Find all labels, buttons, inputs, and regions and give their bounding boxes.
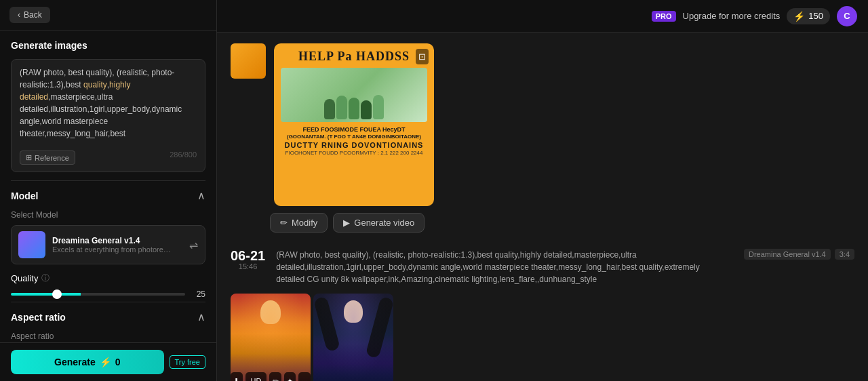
credits-icon: ⚡ (793, 11, 805, 22)
main-image-container: Upscale HELP Pa HADDSS (274, 43, 434, 206)
save-button[interactable]: ⊡ (416, 49, 429, 64)
reference-button[interactable]: ⊞ Reference (20, 151, 75, 165)
quality-info-icon: ⓘ (41, 273, 50, 284)
char-count: 286/800 (170, 149, 197, 161)
result-card-2: 06-21 15:46 (RAW photo, best quality), (… (231, 249, 854, 381)
modify-label: Modify (292, 218, 317, 228)
result-tags: Dreamina General v1.4 3:4 (744, 249, 854, 260)
generate-button[interactable]: Generate ⚡ 0 (11, 350, 164, 374)
aspect-collapse-button[interactable]: ∧ (197, 310, 205, 323)
select-model-label: Select Model (11, 210, 205, 220)
upgrade-link[interactable]: Upgrade for more credits (683, 11, 781, 21)
model-thumbnail (18, 231, 45, 258)
thumbnail-strip (231, 43, 266, 79)
pro-badge: PRO (652, 11, 676, 22)
poster-title: HELP Pa HADDSS (298, 50, 410, 64)
modify-icon: ✏ (280, 218, 288, 228)
save-icon: ⊡ (418, 52, 426, 62)
poster-people (281, 68, 427, 122)
reference-label: Reference (35, 154, 69, 162)
grid-image-2[interactable] (313, 294, 393, 381)
modify-button[interactable]: ✏ Modify (270, 213, 328, 233)
video-icon: ▶ (343, 218, 350, 228)
thumbnail-1[interactable] (231, 43, 266, 79)
global-topbar: PRO Upgrade for more credits ⚡ 150 C (217, 0, 868, 33)
back-button[interactable]: ‹ Back (9, 7, 50, 23)
model-collapse-button[interactable]: ∧ (197, 189, 205, 202)
aspect-ratio-label: Aspect ratio (11, 332, 205, 341)
generate-bar: Generate ⚡ 0 Try free (0, 342, 216, 381)
grid-image-1[interactable]: ⬇ HD ✏ ✦ ··· (231, 294, 311, 381)
generate-video-button[interactable]: ▶ Generate video (333, 213, 425, 233)
back-icon: ‹ (18, 10, 20, 20)
hd-btn-1[interactable]: HD (245, 372, 267, 381)
result-date: 06-21 (231, 249, 265, 262)
bolt-icon: ⚡ (100, 357, 111, 367)
more-btn-1[interactable]: ··· (298, 372, 311, 381)
credits-value: 150 (808, 11, 823, 21)
quality-slider[interactable] (11, 293, 185, 296)
image-1-overlay-btns: ⬇ HD ✏ ✦ ··· (231, 372, 311, 381)
image-grid: ⬇ HD ✏ ✦ ··· (231, 294, 854, 381)
quality-label: Quality (11, 273, 38, 283)
result-meta: 06-21 15:46 (RAW photo, best quality), (… (231, 249, 854, 285)
model-info: Dreamina General v1.4 Excels at everythi… (52, 236, 182, 254)
generate-label: Generate (54, 357, 96, 367)
feed-area: Upscale HELP Pa HADDSS (217, 33, 868, 381)
prompt-text: (RAW photo, best quality), (realistic, p… (20, 66, 197, 140)
model-settings-button[interactable]: ⇌ (189, 239, 198, 252)
result-card-1: Upscale HELP Pa HADDSS (231, 43, 854, 233)
credits-badge: ⚡ 150 (787, 8, 830, 24)
model-section-title: Model (11, 190, 38, 201)
page-layout: ‹ Back Generate images (RAW photo, best … (0, 0, 868, 381)
model-section: Model ∧ Select Model Dreamina General v1… (11, 180, 205, 264)
back-label: Back (24, 10, 42, 20)
generate-credits: 0 (115, 357, 121, 367)
poster-big-text: DUCTTY RNING DOVONTIONAINS (285, 141, 424, 149)
try-free-button[interactable]: Try free (170, 355, 206, 369)
user-avatar[interactable]: C (837, 6, 857, 26)
aspect-ratio-title: Aspect ratio (11, 312, 66, 323)
card1-action-row: ✏ Modify ▶ Generate video (270, 213, 854, 233)
model-name: Dreamina General v1.4 (52, 236, 182, 245)
reference-icon: ⊞ (26, 153, 32, 162)
poster-subtitle1: FEED FOOSIMODE FOUEA HecyDT (302, 126, 405, 134)
generate-section-title: Generate images (11, 40, 205, 51)
result-hour: 15:46 (239, 262, 258, 270)
aspect-ratio-section: Aspect ratio ∧ Aspect ratio 16:9 3:2 (11, 302, 205, 342)
result-prompt: (RAW photo, best quality), (realistic, p… (276, 249, 728, 285)
model-tag: Dreamina General v1.4 (744, 249, 831, 260)
right-side: PRO Upgrade for more credits ⚡ 150 C (217, 0, 868, 381)
poster-subtitle2: (GOONANTAM. (T FOO T AN4E DONIGINBOITAON… (287, 134, 421, 140)
ratio-tag: 3:4 (835, 249, 854, 260)
quality-section: Quality ⓘ 25 (11, 273, 205, 299)
download-btn-1[interactable]: ⬇ (231, 372, 243, 381)
edit-btn-1[interactable]: ✏ (269, 372, 281, 381)
poster-small-text: FIOOHONET FOUDD PCOORMVITY : 2.1 222 200… (285, 149, 423, 157)
poster-image: HELP Pa HADDSS FEED FOOSIMO (274, 43, 434, 206)
model-card[interactable]: Dreamina General v1.4 Excels at everythi… (11, 225, 205, 264)
result-time: 06-21 15:46 (231, 249, 265, 270)
generate-video-label: Generate video (354, 218, 414, 228)
poster-photo-area (281, 68, 427, 122)
enhance-btn-1[interactable]: ✦ (284, 372, 296, 381)
prompt-box[interactable]: (RAW photo, best quality), (realistic, p… (11, 59, 205, 172)
quality-value: 25 (192, 289, 205, 299)
model-desc: Excels at everything from photorealism t… (52, 245, 174, 254)
sidebar: ‹ Back Generate images (RAW photo, best … (0, 0, 217, 381)
